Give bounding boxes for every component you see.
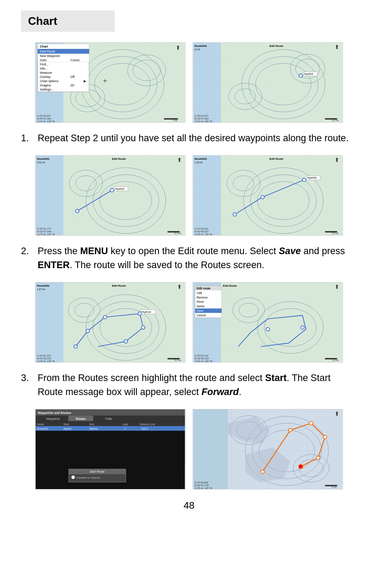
svg-point-115 (261, 195, 264, 199)
svg-rect-72 (36, 156, 63, 235)
svg-text:Trails: Trails (105, 417, 112, 420)
svg-text:⬆: ⬆ (177, 284, 182, 289)
chart-image-wr-table: Waypoints and Routes Waypoints Routes Tr… (35, 409, 186, 489)
svg-text:Rpt004: Rpt004 (304, 72, 313, 76)
svg-text:Route001: Route001 (37, 284, 50, 287)
svg-text:Goto: Goto (40, 58, 47, 62)
step-1-body: Repeat Step 2 until you have set all the… (38, 131, 356, 145)
svg-text:1176 mi, 125 °M: 1176 mi, 125 °M (37, 360, 55, 362)
svg-text:Move: Move (197, 300, 204, 303)
page-title: Chart (28, 15, 57, 27)
svg-text:New Route: New Route (40, 50, 55, 53)
step-2-num: 2. (21, 244, 35, 258)
svg-point-219 (71, 475, 75, 479)
svg-point-144 (138, 312, 141, 315)
svg-point-240 (309, 421, 313, 425)
svg-text:Forward or reverse: Forward or reverse (77, 476, 100, 479)
svg-text:Distance (mi): Distance (mi) (140, 422, 155, 425)
svg-point-114 (233, 213, 237, 216)
svg-text:Edit Route: Edit Route (270, 157, 284, 160)
svg-text:1176 mi, 125 °M: 1176 mi, 125 °M (195, 360, 212, 362)
svg-rect-45 (193, 43, 221, 122)
svg-text:Name: Name (197, 304, 205, 308)
svg-text:Rpt004: Rpt004 (90, 427, 98, 430)
svg-text:⬆: ⬆ (177, 157, 182, 163)
svg-point-241 (323, 435, 327, 439)
svg-text:Route001: Route001 (195, 44, 207, 48)
svg-text:Imagery: Imagery (40, 84, 51, 87)
svg-text:W 00°06.927': W 00°06.927' (195, 230, 209, 233)
svg-point-142 (86, 329, 90, 332)
svg-text:Edit Route: Edit Route (223, 284, 237, 287)
step-3-body: From the Routes screen highlight the rou… (38, 371, 356, 399)
svg-text:Info...: Info... (40, 67, 48, 70)
svg-text:Add: Add (197, 291, 202, 294)
step-1-num: 1. (21, 131, 35, 145)
svg-text:2 mi: 2 mi (173, 119, 177, 122)
svg-text:⬆: ⬆ (335, 157, 339, 163)
svg-text:Start Route: Start Route (90, 470, 105, 473)
svg-text:1170 mi, 125 °M: 1170 mi, 125 °M (37, 120, 55, 122)
svg-point-116 (302, 178, 306, 181)
svg-point-239 (288, 428, 292, 432)
instruction-3: 3. From the Routes screen highlight the … (21, 371, 357, 399)
svg-text:Rpt006: Rpt006 (308, 176, 317, 179)
svg-text:▶: ▶ (84, 79, 86, 83)
svg-point-143 (103, 315, 107, 319)
svg-text:Waypoints and Routes: Waypoints and Routes (38, 411, 71, 414)
svg-text:W 00°06.315': W 00°06.315' (37, 357, 51, 360)
svg-rect-209 (36, 426, 185, 431)
svg-text:⬆: ⬆ (335, 44, 339, 50)
chart-image-5: ⬆ Rpt010 Route001 1.87 mi Edit Route (35, 282, 186, 363)
step-2-body: Press the MENU key to open the Edit rout… (38, 244, 356, 272)
svg-text:0.51 mi: 0.51 mi (37, 161, 45, 163)
svg-text:Edit Route: Edit Route (112, 284, 126, 287)
svg-text:Route001: Route001 (195, 157, 207, 160)
svg-point-141 (74, 345, 77, 348)
svg-text:Remove: Remove (197, 295, 208, 299)
chart-image-orange-route: ⬆ 2 mi N 25°43.665' W 00°07.176' 1176 mi… (192, 409, 343, 489)
svg-text:Cancel: Cancel (197, 314, 206, 317)
svg-point-87 (110, 188, 114, 192)
svg-text:⬆: ⬆ (335, 410, 339, 416)
svg-text:Rpt005: Rpt005 (115, 187, 125, 191)
svg-text:3.3 mi: 3.3 mi (332, 359, 338, 361)
svg-text:1176 mi, 125 °M: 1176 mi, 125 °M (195, 487, 212, 489)
instruction-2: 2. Press the MENU key to open the Edit r… (21, 244, 357, 272)
chart-image-6: ⬆ Edit route Add Remove Move Name S (192, 282, 343, 363)
svg-text:Cursor: Cursor (70, 58, 80, 62)
svg-rect-99 (193, 156, 221, 235)
svg-rect-222 (193, 409, 228, 489)
chart-image-1: ⬆ 2 mi N 25°43.097' W 00°07.282' 1170 mi… (35, 42, 186, 123)
svg-text:Name: Name (37, 422, 44, 425)
svg-text:Routes: Routes (76, 417, 86, 420)
svg-text:End: End (90, 422, 94, 425)
svg-text:Edit route: Edit route (197, 286, 211, 290)
svg-text:3: 3 (124, 427, 126, 430)
svg-text:0.0 ft: 0.0 ft (195, 48, 200, 51)
svg-text:2D: 2D (70, 84, 74, 87)
svg-rect-128 (36, 282, 63, 362)
svg-text:Save: Save (197, 309, 203, 313)
svg-text:1170 mi, 125 °M: 1170 mi, 125 °M (195, 120, 212, 122)
chart-image-4: ⬆ Rpt006 Route001 1.18 mi Edit Route 0.2… (192, 155, 343, 236)
step-3-num: 3. (21, 371, 35, 385)
svg-text:N 25°44.223': N 25°44.223' (37, 354, 51, 357)
svg-point-146 (124, 339, 128, 343)
svg-point-243 (299, 464, 303, 468)
svg-text:Edit Route: Edit Route (112, 157, 126, 160)
svg-text:Off: Off (70, 75, 75, 79)
svg-text:Edit Route: Edit Route (270, 44, 284, 48)
svg-text:N 25°43.097': N 25°43.097' (195, 115, 209, 117)
svg-text:⬆: ⬆ (176, 45, 180, 51)
svg-text:1175 mi, 125 °M: 1175 mi, 125 °M (37, 233, 55, 235)
page-number: 48 (21, 500, 357, 511)
svg-text:1.87 mi: 1.87 mi (37, 288, 45, 290)
svg-text:Waypoints: Waypoints (46, 417, 60, 420)
svg-text:N 25°44.175': N 25°44.175' (37, 228, 51, 230)
svg-text:Chart: Chart (40, 45, 48, 48)
svg-text:New Waypoint: New Waypoint (40, 54, 60, 58)
svg-text:Rpt010: Rpt010 (142, 310, 151, 314)
svg-text:N 25°43.097': N 25°43.097' (37, 115, 51, 117)
svg-rect-215 (36, 431, 185, 465)
